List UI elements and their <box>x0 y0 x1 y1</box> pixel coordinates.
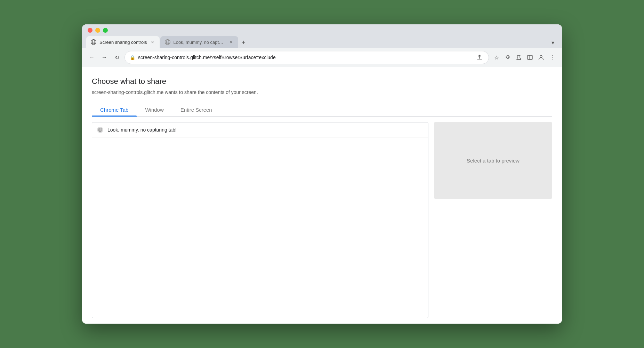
sidebar-toggle-icon[interactable] <box>525 53 535 62</box>
tab-item-title: Look, mummy, no capturing tab! <box>107 127 177 133</box>
address-bar[interactable]: 🔒 screen-sharing-controls.glitch.me/?sel… <box>124 51 489 64</box>
reload-button[interactable]: ↻ <box>112 53 122 62</box>
close-button[interactable] <box>88 28 92 33</box>
inactive-tab-title: Look, mummy, no capturing ta… <box>174 40 226 45</box>
extensions-icon[interactable] <box>503 53 513 62</box>
globe-icon-2 <box>164 39 171 45</box>
traffic-lights <box>86 28 558 33</box>
lab-icon[interactable] <box>514 53 524 62</box>
menu-icon[interactable]: ⋮ <box>547 53 557 62</box>
lock-icon: 🔒 <box>130 55 135 60</box>
toolbar-right: ☆ <box>492 53 557 62</box>
title-bar: Screen sharing controls ✕ Look, mummy, n… <box>82 24 562 48</box>
share-tabs: Chrome Tab Window Entire Screen <box>92 103 552 117</box>
tab-list-item[interactable]: Look, mummy, no capturing tab! <box>92 122 428 137</box>
active-tab-title: Screen sharing controls <box>99 40 147 45</box>
minimize-button[interactable] <box>95 28 100 33</box>
svg-rect-11 <box>528 55 532 60</box>
browser-tab-inactive[interactable]: Look, mummy, no capturing ta… ✕ <box>160 36 238 48</box>
tab-list-button[interactable]: ▾ <box>548 38 558 47</box>
browser-window: Screen sharing controls ✕ Look, mummy, n… <box>82 24 562 324</box>
globe-icon <box>90 39 97 45</box>
tab-content: Look, mummy, no capturing tab! Select a … <box>92 117 552 324</box>
screen-share-dialog: Choose what to share screen-sharing-cont… <box>82 67 562 324</box>
toolbar: ← → ↻ 🔒 screen-sharing-controls.glitch.m… <box>82 48 562 67</box>
new-tab-button[interactable]: + <box>239 38 249 47</box>
tab-window[interactable]: Window <box>137 103 172 116</box>
tab-chrome-tab[interactable]: Chrome Tab <box>92 103 137 116</box>
inactive-tab-close[interactable]: ✕ <box>228 39 234 45</box>
tabs-row: Screen sharing controls ✕ Look, mummy, n… <box>86 36 558 48</box>
svg-point-13 <box>540 56 542 58</box>
maximize-button[interactable] <box>103 28 108 33</box>
profile-icon[interactable] <box>536 53 546 62</box>
back-button[interactable]: ← <box>87 53 97 62</box>
page-content: Choose what to share screen-sharing-cont… <box>82 67 562 324</box>
share-page-icon[interactable] <box>475 53 484 62</box>
bookmark-icon[interactable]: ☆ <box>492 53 501 62</box>
url-text: screen-sharing-controls.glitch.me/?selfB… <box>138 55 473 60</box>
preview-box: Select a tab to preview <box>434 122 552 199</box>
preview-empty-text: Select a tab to preview <box>467 158 520 164</box>
active-tab-close[interactable]: ✕ <box>150 39 155 45</box>
browser-tab-active[interactable]: Screen sharing controls ✕ <box>86 36 160 48</box>
tab-entire-screen[interactable]: Entire Screen <box>172 103 220 116</box>
dialog-title: Choose what to share <box>92 77 552 86</box>
dialog-subtitle: screen-sharing-controls.glitch.me wants … <box>92 89 552 95</box>
tab-list-panel: Look, mummy, no capturing tab! <box>92 122 428 318</box>
forward-button[interactable]: → <box>99 53 109 62</box>
tab-item-globe-icon <box>97 127 103 133</box>
preview-panel: Select a tab to preview <box>434 122 552 318</box>
